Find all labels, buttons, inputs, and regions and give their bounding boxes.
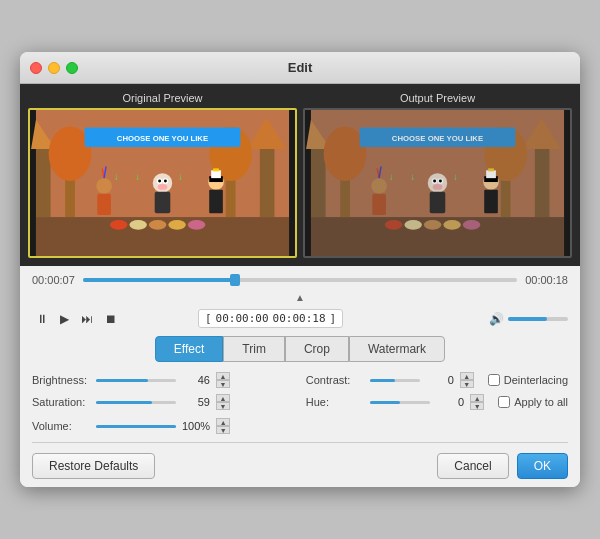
svg-text:↓: ↓ bbox=[178, 171, 183, 182]
tab-watermark[interactable]: Watermark bbox=[349, 336, 445, 362]
tab-trim[interactable]: Trim bbox=[223, 336, 285, 362]
deinterlacing-checkbox[interactable] bbox=[488, 374, 500, 386]
svg-text:CHOOSE ONE YOU LIKE: CHOOSE ONE YOU LIKE bbox=[392, 134, 483, 143]
svg-point-70 bbox=[433, 180, 436, 183]
playhead-marker: ▲ bbox=[295, 292, 305, 303]
svg-point-53 bbox=[371, 178, 387, 194]
brightness-down[interactable]: ▼ bbox=[216, 380, 230, 388]
edit-window: Edit Original Preview bbox=[20, 52, 580, 487]
hue-down[interactable]: ▼ bbox=[470, 402, 484, 410]
original-preview-label: Original Preview bbox=[28, 92, 297, 104]
svg-point-66 bbox=[463, 220, 481, 230]
hue-value: 0 bbox=[436, 396, 464, 408]
volume-section: 🔊 bbox=[489, 312, 568, 326]
hue-stepper[interactable]: ▲ ▼ bbox=[470, 394, 484, 410]
saturation-down[interactable]: ▼ bbox=[216, 402, 230, 410]
apply-to-all-row: Apply to all bbox=[498, 396, 568, 408]
hue-up[interactable]: ▲ bbox=[470, 394, 484, 402]
svg-rect-41 bbox=[535, 149, 550, 217]
volume-up[interactable]: ▲ bbox=[216, 418, 230, 426]
svg-point-35 bbox=[158, 184, 168, 190]
output-preview-label: Output Preview bbox=[303, 92, 572, 104]
contrast-down[interactable]: ▼ bbox=[460, 380, 474, 388]
apply-to-all-checkbox[interactable] bbox=[498, 396, 510, 408]
contrast-stepper[interactable]: ▲ ▼ bbox=[460, 372, 474, 388]
maximize-button[interactable] bbox=[66, 62, 78, 74]
restore-defaults-button[interactable]: Restore Defaults bbox=[32, 453, 155, 479]
output-preview-frame: CHOOSE ONE YOU LIKE ↓ ↓ ↓ ↓ bbox=[303, 108, 572, 258]
original-preview-frame: CHOOSE ONE YOU LIKE ↓ ↓ ↓ ↓ bbox=[28, 108, 297, 258]
saturation-slider[interactable] bbox=[96, 401, 176, 404]
volume-row: Volume: 100% ▲ ▼ bbox=[32, 418, 568, 434]
saturation-label: Saturation: bbox=[32, 396, 90, 408]
close-button[interactable] bbox=[30, 62, 42, 74]
deinterlacing-label: Deinterlacing bbox=[504, 374, 568, 386]
svg-point-34 bbox=[164, 180, 167, 183]
window-title: Edit bbox=[288, 60, 313, 75]
svg-rect-39 bbox=[311, 149, 326, 217]
brightness-stepper[interactable]: ▲ ▼ bbox=[216, 372, 230, 388]
transport-row: ⏸ ▶ ⏭ ⏹ [ 00:00:00 00:00:18 ] 🔊 bbox=[32, 309, 568, 328]
svg-point-33 bbox=[158, 180, 161, 183]
contrast-up[interactable]: ▲ bbox=[460, 372, 474, 380]
controls-section: 00:00:07 00:00:18 ▲ ⏸ ▶ ⏭ ⏹ [ 00:00:00 0… bbox=[20, 266, 580, 487]
play-button[interactable]: ▶ bbox=[56, 310, 73, 328]
hue-row: Hue: 0 ▲ ▼ Apply to all bbox=[306, 394, 568, 410]
cancel-button[interactable]: Cancel bbox=[437, 453, 508, 479]
volume-down[interactable]: ▼ bbox=[216, 426, 230, 434]
svg-rect-60 bbox=[488, 168, 494, 171]
svg-point-26 bbox=[129, 220, 147, 230]
pause-button[interactable]: ⏸ bbox=[32, 310, 52, 328]
tab-effect[interactable]: Effect bbox=[155, 336, 223, 362]
apply-to-all-label: Apply to all bbox=[514, 396, 568, 408]
svg-rect-61 bbox=[484, 190, 498, 213]
svg-text:↓: ↓ bbox=[114, 171, 119, 182]
brightness-up[interactable]: ▲ bbox=[216, 372, 230, 380]
svg-point-63 bbox=[404, 220, 422, 230]
svg-text:CHOOSE ONE YOU LIKE: CHOOSE ONE YOU LIKE bbox=[117, 134, 208, 143]
contrast-value: 0 bbox=[426, 374, 454, 386]
timeline-thumb[interactable] bbox=[230, 274, 240, 286]
contrast-row: Contrast: 0 ▲ ▼ Deinterlacing bbox=[306, 372, 568, 388]
svg-point-64 bbox=[424, 220, 442, 230]
hue-slider[interactable] bbox=[370, 401, 430, 404]
volume-label: Volume: bbox=[32, 420, 90, 432]
volume-slider[interactable] bbox=[508, 317, 568, 321]
svg-rect-54 bbox=[372, 194, 386, 215]
brightness-fill bbox=[96, 379, 148, 382]
saturation-value: 59 bbox=[182, 396, 210, 408]
volume-fill bbox=[508, 317, 547, 321]
volume-param-slider[interactable] bbox=[96, 425, 176, 428]
svg-point-27 bbox=[149, 220, 167, 230]
volume-value: 100% bbox=[182, 420, 210, 432]
preview-section: Original Preview bbox=[20, 84, 580, 266]
ok-button[interactable]: OK bbox=[517, 453, 568, 479]
svg-point-72 bbox=[433, 184, 443, 190]
volume-stepper[interactable]: ▲ ▼ bbox=[216, 418, 230, 434]
brightness-slider[interactable] bbox=[96, 379, 176, 382]
minimize-button[interactable] bbox=[48, 62, 60, 74]
saturation-up[interactable]: ▲ bbox=[216, 394, 230, 402]
brightness-value: 46 bbox=[182, 374, 210, 386]
svg-point-25 bbox=[110, 220, 128, 230]
svg-point-71 bbox=[439, 180, 442, 183]
footer-btn-group: Cancel OK bbox=[437, 453, 568, 479]
contrast-slider[interactable] bbox=[370, 379, 420, 382]
transport-buttons: ⏸ ▶ ⏭ ⏹ bbox=[32, 310, 121, 328]
stop-button[interactable]: ⏹ bbox=[101, 310, 121, 328]
timeline-start: 00:00:07 bbox=[32, 274, 75, 286]
timeline-track[interactable] bbox=[83, 278, 517, 282]
contrast-fill bbox=[370, 379, 395, 382]
svg-text:↓: ↓ bbox=[389, 171, 394, 182]
svg-text:↓: ↓ bbox=[135, 171, 140, 182]
svg-rect-17 bbox=[97, 194, 111, 215]
skip-button[interactable]: ⏭ bbox=[77, 310, 97, 328]
tab-crop[interactable]: Crop bbox=[285, 336, 349, 362]
saturation-stepper[interactable]: ▲ ▼ bbox=[216, 394, 230, 410]
svg-rect-23 bbox=[213, 168, 219, 171]
timeline-fill bbox=[83, 278, 235, 282]
hue-fill bbox=[370, 401, 400, 404]
brightness-label: Brightness: bbox=[32, 374, 90, 386]
svg-rect-59 bbox=[486, 170, 496, 178]
title-bar: Edit bbox=[20, 52, 580, 84]
